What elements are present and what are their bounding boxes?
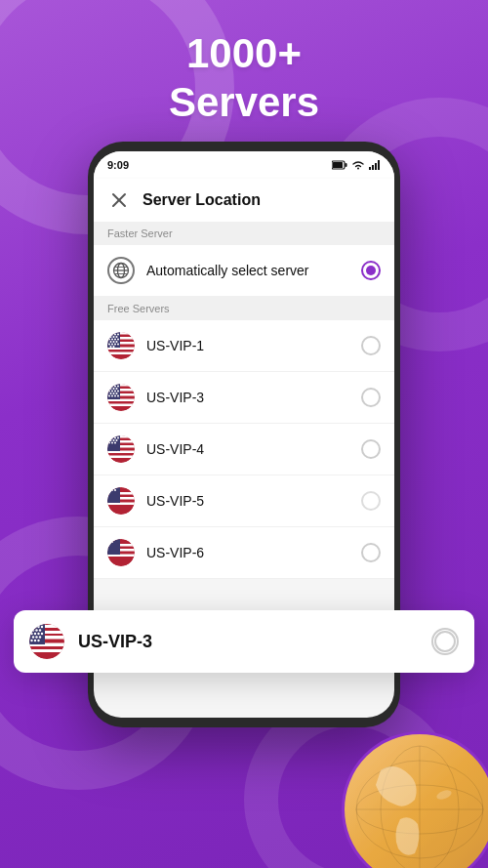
svg-point-85 — [114, 442, 116, 444]
auto-select-radio — [361, 261, 381, 280]
svg-point-126 — [34, 640, 36, 641]
svg-point-30 — [111, 339, 113, 341]
header: 1000+ Servers — [0, 29, 488, 128]
server-item-us-vip-4[interactable]: US-VIP-4 — [94, 424, 394, 475]
svg-rect-19 — [107, 332, 135, 335]
globe-decoration — [342, 731, 488, 868]
server-name-us-vip-1: US-VIP-1 — [146, 338, 349, 353]
server-item-us-vip-6[interactable]: US-VIP-6 — [94, 527, 394, 579]
signal-icon — [369, 160, 381, 170]
svg-point-59 — [114, 391, 116, 393]
svg-point-37 — [111, 344, 113, 346]
radio-us-vip-3 — [361, 388, 381, 407]
svg-point-119 — [34, 633, 36, 635]
svg-point-24 — [114, 334, 116, 336]
svg-point-82 — [116, 439, 118, 441]
svg-point-38 — [114, 344, 116, 346]
svg-point-117 — [39, 629, 41, 631]
floating-item-name: US-VIP-3 — [78, 632, 418, 652]
svg-point-31 — [114, 339, 116, 341]
svg-point-79 — [117, 437, 119, 439]
radio-us-vip-5 — [361, 491, 381, 511]
radio-inner — [366, 266, 376, 275]
floating-selected-item[interactable]: US-VIP-3 — [14, 610, 474, 673]
radio-us-vip-6 — [361, 543, 381, 562]
radio-us-vip-4 — [361, 439, 381, 459]
svg-point-81 — [113, 439, 115, 441]
wifi-icon — [351, 160, 365, 170]
faster-server-label: Faster Server — [94, 222, 394, 245]
app-bar: Server Location — [94, 179, 394, 222]
svg-point-102 — [111, 541, 113, 543]
svg-point-123 — [35, 636, 37, 638]
svg-rect-6 — [378, 160, 380, 170]
svg-point-52 — [114, 386, 116, 388]
svg-point-116 — [35, 629, 37, 631]
server-item-us-vip-5[interactable]: US-VIP-5 — [94, 475, 394, 527]
floating-flag — [29, 624, 64, 659]
svg-point-78 — [114, 437, 116, 439]
svg-point-122 — [32, 636, 34, 638]
globe-svg — [351, 741, 488, 868]
radio-us-vip-1 — [361, 336, 381, 355]
svg-point-61 — [110, 393, 112, 394]
svg-point-65 — [111, 395, 113, 397]
svg-point-67 — [117, 395, 119, 397]
svg-point-114 — [41, 626, 43, 628]
svg-rect-73 — [107, 435, 135, 438]
svg-rect-100 — [107, 539, 120, 555]
status-time: 9:09 — [107, 159, 129, 171]
svg-rect-108 — [29, 625, 64, 628]
globe-icon — [107, 257, 135, 284]
svg-point-94 — [114, 489, 116, 491]
svg-rect-5 — [375, 163, 377, 170]
svg-point-127 — [37, 640, 39, 641]
close-button[interactable] — [107, 188, 131, 212]
svg-point-58 — [111, 391, 113, 393]
svg-point-35 — [116, 341, 118, 343]
globe-circle — [342, 731, 488, 868]
svg-rect-91 — [107, 487, 120, 503]
svg-point-62 — [113, 393, 115, 394]
svg-point-36 — [108, 344, 110, 346]
svg-point-128 — [435, 632, 455, 651]
flag-us-vip-1 — [107, 332, 135, 359]
svg-point-50 — [108, 386, 110, 388]
svg-point-135 — [435, 789, 453, 802]
server-name-us-vip-5: US-VIP-5 — [146, 493, 349, 509]
svg-point-60 — [117, 391, 119, 393]
svg-point-111 — [30, 626, 32, 628]
svg-rect-107 — [29, 649, 64, 652]
svg-point-55 — [113, 388, 115, 390]
svg-point-101 — [108, 541, 110, 543]
battery-icon — [332, 160, 347, 170]
svg-point-25 — [117, 334, 119, 336]
flag-us-vip-6 — [107, 539, 135, 566]
floating-radio — [431, 628, 459, 655]
server-item-us-vip-1[interactable]: US-VIP-1 — [94, 320, 394, 372]
svg-point-39 — [117, 344, 119, 346]
svg-point-22 — [108, 334, 110, 336]
auto-select-item[interactable]: Automatically select server — [94, 245, 394, 297]
svg-point-40 — [110, 346, 112, 348]
svg-point-63 — [116, 393, 118, 394]
svg-rect-18 — [107, 352, 135, 355]
server-name-us-vip-4: US-VIP-4 — [146, 441, 349, 457]
svg-point-53 — [117, 386, 119, 388]
server-name-us-vip-6: US-VIP-6 — [146, 545, 349, 560]
header-line1: 1000+ — [186, 30, 302, 76]
svg-rect-2 — [333, 162, 343, 168]
flag-us-vip-3 — [107, 384, 135, 411]
svg-rect-3 — [369, 167, 371, 170]
svg-point-27 — [113, 336, 115, 338]
svg-point-64 — [108, 395, 110, 397]
server-item-us-vip-3[interactable]: US-VIP-3 — [94, 372, 394, 424]
svg-point-28 — [116, 336, 118, 338]
svg-rect-47 — [107, 384, 135, 387]
svg-point-93 — [111, 489, 113, 491]
server-name-us-vip-3: US-VIP-3 — [146, 390, 349, 405]
svg-point-92 — [108, 489, 110, 491]
header-line2: Servers — [169, 79, 319, 125]
svg-rect-46 — [107, 404, 135, 407]
svg-point-121 — [41, 633, 43, 635]
